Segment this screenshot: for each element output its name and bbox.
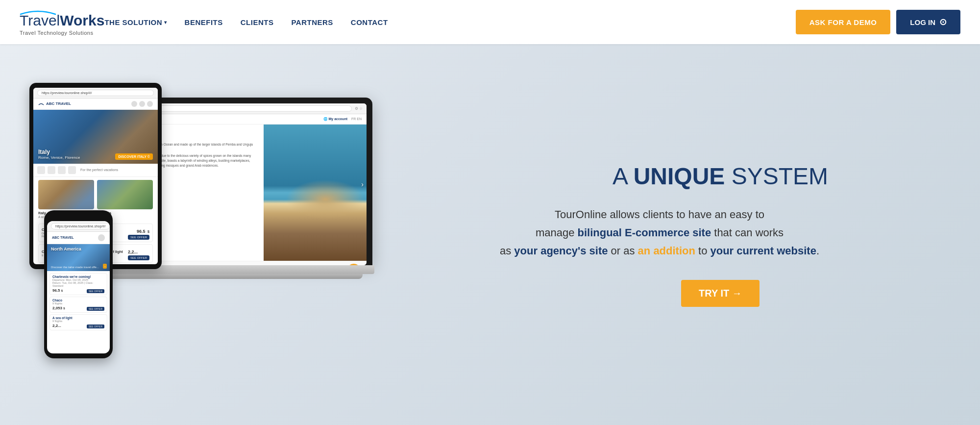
- phone-hero-title: North America: [51, 247, 81, 251]
- logo-works-text: Works: [60, 12, 104, 29]
- browser-icons: ⚙ ☆: [355, 106, 363, 111]
- phone-offer-3-price: 2,2...: [52, 324, 61, 328]
- logo[interactable]: Travel Works Travel Technology Solutions: [20, 8, 104, 36]
- tablet-filter-icons: For the perfect vacations: [33, 164, 158, 177]
- nav-item-partners[interactable]: PARTNERS: [291, 18, 333, 26]
- login-button[interactable]: LOG IN ⊙: [896, 10, 960, 34]
- next-image-btn[interactable]: ›: [361, 180, 364, 188]
- phone-hero: North America Discover the tailor-made t…: [47, 244, 110, 271]
- hero-unique-word: UNIQUE: [634, 163, 725, 189]
- try-it-button[interactable]: TRY IT →: [681, 280, 760, 307]
- phone-screen: https://preview.touronline.shop/#/ ABC T…: [47, 221, 110, 353]
- phone-offer-3-nights: 9 Nights: [52, 320, 104, 323]
- nav-item-benefits[interactable]: BENEFITS: [185, 18, 223, 26]
- header: Travel Works Travel Technology Solutions…: [0, 0, 980, 44]
- phone-offer-3: A sea of light 9 Nights 2,2... SEE OFFER: [49, 314, 107, 330]
- phone-see-offer-2-btn[interactable]: SEE OFFER: [87, 307, 104, 311]
- devices-mockup: https://preview.touronline.shop/#/ ⚙ ☆ A…: [29, 83, 470, 387]
- phone-hero-subtitle: Discover the tailor-made travel offe...: [51, 266, 99, 269]
- offer-1-price: 96.5 $: [128, 226, 149, 235]
- phone-offer-3-title: A sea of light: [52, 316, 104, 320]
- ask-demo-button[interactable]: ASK FOR A DEMO: [796, 10, 891, 34]
- search-calendar-btn[interactable]: 📅: [347, 264, 361, 265]
- header-buttons: ASK FOR A DEMO LOG IN ⊙: [796, 10, 960, 34]
- phone-offer-2: Chaco 9 Nights 2,053 $ SEE OFFER: [49, 297, 107, 313]
- phone-brand: ABC TRAVEL: [52, 236, 74, 239]
- your-current-website-text: your current website: [710, 245, 816, 257]
- hero-heading: A UNIQUE SYSTEM: [500, 162, 941, 191]
- offer-3-see-btn[interactable]: SEE OFFER: [128, 255, 149, 260]
- logo-subtitle: Travel Technology Solutions: [20, 30, 93, 36]
- laptop-foot: [98, 274, 363, 279]
- hero-description: TourOnline allows clients to have an eas…: [500, 205, 819, 260]
- phone-offer-1-price: 96.5 $: [52, 288, 63, 293]
- login-icon: ⊙: [939, 17, 947, 27]
- hero-text-content: A UNIQUE SYSTEM TourOnline allows client…: [470, 162, 941, 307]
- canada-card-image: [97, 180, 153, 209]
- phone-offer-2-nights: 9 Nights: [52, 302, 104, 305]
- hero-section: https://preview.touronline.shop/#/ ⚙ ☆ A…: [0, 44, 980, 425]
- dropdown-arrow-icon: ▾: [164, 20, 167, 25]
- logo-travel-text: Travel: [20, 12, 60, 29]
- phone-offer-1-title: Charlevoix we're coming!: [52, 275, 104, 278]
- offer-3-price: 2,2...: [128, 250, 138, 254]
- tablet-browser-bar: https://preview.touronline.shop/#/: [33, 88, 158, 99]
- nav-item-clients[interactable]: CLIENTS: [241, 18, 274, 26]
- phone-offer-2-price: 2,053 $: [52, 306, 65, 310]
- tablet-icon-1: [131, 101, 137, 107]
- an-addition-text: an addition: [638, 245, 695, 257]
- phone-frame: https://preview.touronline.shop/#/ ABC T…: [44, 210, 113, 358]
- phone-url: https://preview.touronline.shop/#/: [51, 223, 110, 229]
- phone-browser-bar: https://preview.touronline.shop/#/: [47, 221, 110, 232]
- perfect-vacations-label: For the perfect vacations: [80, 168, 118, 172]
- phone-offers-list: Charlevoix we're coming! Departure: Mon,…: [47, 271, 110, 334]
- filter-icon-2[interactable]: [48, 166, 55, 174]
- tablet-hero-image: Italy Rome, Venice, Florence DISCOVER IT…: [33, 110, 158, 164]
- phone-site-header: ABC TRAVEL: [47, 232, 110, 244]
- main-nav: THE SOLUTION ▾ BENEFITS CLIENTS PARTNERS…: [104, 18, 795, 26]
- filter-icon-4[interactable]: [68, 166, 76, 174]
- phone-account-icon: [98, 234, 105, 241]
- tablet-hero-overlay: Italy Rome, Venice, Florence: [38, 149, 80, 160]
- discover-italy-btn[interactable]: DISCOVER ITALY ©: [115, 153, 153, 160]
- phone-mockup: https://preview.touronline.shop/#/ ABC T…: [44, 210, 113, 358]
- phone-offer-2-title: Chaco: [52, 299, 104, 302]
- tablet-abc-logo-icon: [38, 102, 44, 106]
- phone-offer-1: Charlevoix we're coming! Departure: Mon,…: [49, 273, 107, 295]
- phone-discover-btn[interactable]: ›: [103, 264, 107, 269]
- nav-item-contact[interactable]: CONTACT: [351, 18, 388, 26]
- italy-card-image: [38, 180, 94, 209]
- your-agency-text: your agency's site: [514, 245, 608, 257]
- phone-see-offer-3-btn[interactable]: SEE OFFER: [87, 325, 104, 328]
- tablet-url: https://preview.touronline.shop/#/: [37, 90, 154, 96]
- tablet-header-icons: [131, 101, 153, 107]
- filter-icon-3[interactable]: [58, 166, 66, 174]
- tablet-brand: ABC TRAVEL: [46, 101, 71, 106]
- phone-offer-1-return: Return: Tue, Oct 08, 2025 | Class: Stand…: [52, 281, 104, 287]
- filter-icon-1[interactable]: [37, 166, 45, 174]
- phone-see-offer-1-btn[interactable]: SEE OFFER: [87, 289, 104, 293]
- tablet-site-header: ABC TRAVEL: [33, 99, 158, 110]
- tour-destination-image: ‹ ›: [264, 125, 367, 261]
- phone-notch: [69, 215, 88, 219]
- offer-1-see-btn[interactable]: SEE OFFER: [128, 235, 149, 240]
- tablet-icon-3: [147, 101, 153, 107]
- laptop-site-nav: 🌐 My account FR EN: [323, 117, 362, 121]
- bilingual-ecommerce-text: bilingual E-commerce site: [578, 226, 711, 239]
- nav-item-the-solution[interactable]: THE SOLUTION ▾: [104, 18, 167, 26]
- tablet-icon-2: [139, 101, 145, 107]
